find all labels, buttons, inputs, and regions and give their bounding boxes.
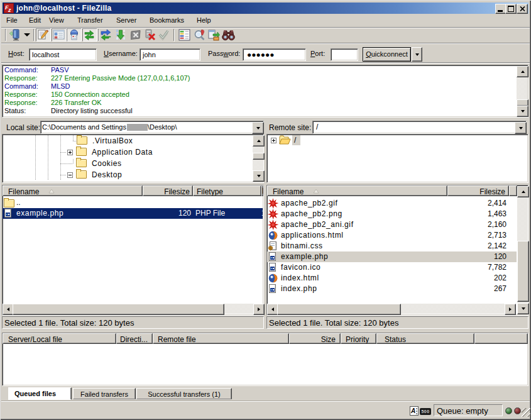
svg-text:z: z bbox=[8, 7, 11, 13]
